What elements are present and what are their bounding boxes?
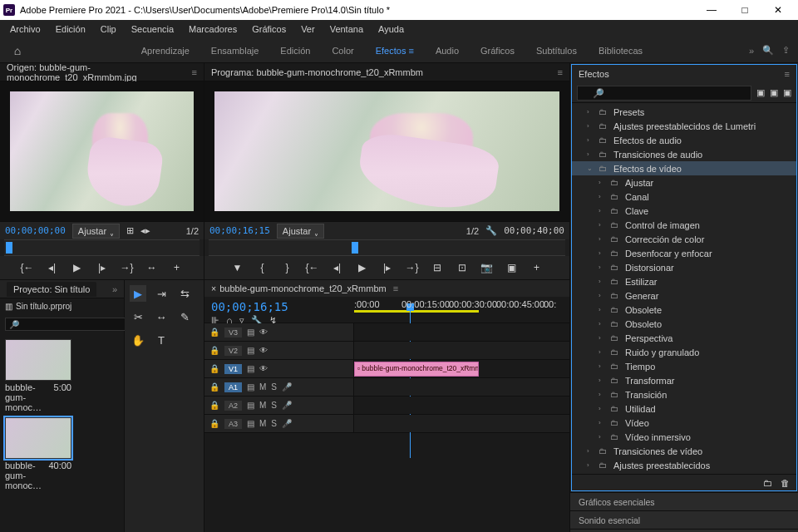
step-back-icon[interactable]: ◂| (330, 262, 345, 273)
program-timecode-in[interactable]: 00;00;16;15 (209, 225, 270, 236)
target-icon[interactable]: ▤ (247, 382, 254, 392)
project-search-input[interactable] (5, 318, 129, 331)
menu-gráficos[interactable]: Gráficos (245, 22, 293, 37)
workspace-tab[interactable]: Ensamblaje (211, 44, 259, 57)
effects-folder[interactable]: ›🗀Desenfocar y enfocar (572, 246, 796, 260)
close-button[interactable]: ✕ (761, 1, 795, 19)
mic-icon[interactable]: 🎤 (282, 419, 292, 428)
step-fwd-icon[interactable]: |▸ (380, 262, 395, 273)
effects-folder[interactable]: ⌄🗀Efectos de vídeo (572, 161, 796, 175)
effects-folder[interactable]: ›🗀Canal (572, 190, 796, 204)
project-clip[interactable]: bubble-gum-monoc…40:00 (5, 417, 71, 492)
play-icon[interactable]: ▶ (355, 262, 370, 273)
delete-icon[interactable]: 🗑 (781, 478, 790, 488)
target-icon[interactable]: ▤ (247, 401, 254, 410)
mic-icon[interactable]: 🎤 (282, 401, 292, 410)
source-zoom[interactable]: 1/2 (186, 226, 199, 236)
add-icon[interactable]: + (170, 262, 185, 273)
effects-folder[interactable]: ›🗀Ruido y granulado (572, 345, 796, 359)
effects-folder[interactable]: ›🗀Control de imagen (572, 218, 796, 232)
target-icon[interactable]: ▤ (247, 364, 254, 373)
effects-folder[interactable]: ›🗀Obsolete (572, 303, 796, 317)
step-back-icon[interactable]: ◂| (45, 262, 60, 273)
wrench-icon[interactable]: 🔧 (485, 225, 497, 236)
extract-icon[interactable]: ⊡ (455, 262, 470, 273)
collapsed-panel[interactable]: Gráficos esenciales (570, 493, 798, 511)
eye-icon[interactable]: M (259, 401, 266, 410)
preset-icon[interactable]: ▣ (783, 87, 791, 98)
eye-icon[interactable]: M (259, 382, 266, 392)
overflow-icon[interactable]: » (749, 46, 754, 56)
track-toggle[interactable]: A2 (224, 401, 242, 411)
collapsed-panel[interactable]: Sonido esencial (570, 511, 798, 530)
track-select-icon[interactable]: ⇥ (153, 285, 170, 302)
mark-out-icon[interactable]: →} (120, 262, 135, 273)
effects-folder[interactable]: ›🗀Ajustes preestablecidos (572, 458, 796, 472)
hand-icon[interactable]: ✋ (130, 332, 146, 348)
maximize-button[interactable]: □ (728, 1, 761, 19)
target-icon[interactable]: ▤ (247, 346, 254, 355)
workspace-tab[interactable]: Efectos ≡ (376, 44, 414, 57)
target-icon[interactable]: ▤ (247, 419, 254, 428)
source-timecode[interactable]: 00;00;00;00 (5, 225, 66, 236)
step-icon[interactable]: ◂▸ (140, 225, 150, 236)
razor-icon[interactable]: ✂ (130, 308, 146, 325)
project-clip[interactable]: bubble-gum-monoc…5:00 (5, 339, 71, 414)
workspace-tab[interactable]: Subtítulos (536, 44, 577, 57)
lock-icon[interactable]: 🔒 (209, 401, 219, 410)
source-monitor[interactable] (0, 81, 204, 221)
program-fit-dropdown[interactable]: Ajustar ˬ (277, 224, 324, 239)
mark-in-icon[interactable]: {← (20, 262, 35, 273)
play-icon[interactable]: ▶ (70, 262, 85, 273)
preset-icon[interactable]: ▣ (756, 87, 765, 98)
timeline-timecode[interactable]: 00;00;16;15 (211, 300, 347, 313)
export-frame-icon[interactable]: 📷 (480, 262, 495, 273)
menu-marcadores[interactable]: Marcadores (182, 22, 244, 37)
effects-folder[interactable]: ›🗀Utilidad (572, 401, 796, 416)
settings-icon[interactable]: ⊞ (126, 225, 134, 236)
lock-icon[interactable]: 🔒 (209, 364, 219, 373)
effects-folder[interactable]: ›🗀Corrección de color (572, 232, 796, 246)
eye-icon[interactable]: 👁 (259, 328, 268, 337)
slip-icon[interactable]: ↔ (153, 308, 170, 325)
menu-clip[interactable]: Clip (94, 22, 123, 37)
source-scrubber[interactable] (4, 239, 200, 256)
search-icon[interactable]: 🔍 (762, 45, 774, 56)
panel-menu-icon[interactable]: ≡ (785, 69, 790, 79)
effects-folder[interactable]: ›🗀Distorsionar (572, 260, 796, 274)
menu-secuencia[interactable]: Secuencia (125, 22, 180, 37)
effects-folder[interactable]: ›🗀Presets (572, 105, 796, 119)
workspace-tab[interactable]: Edición (280, 44, 310, 57)
effects-folder[interactable]: ›🗀Efectos de audio (572, 133, 796, 147)
track-toggle[interactable]: V2 (224, 346, 242, 356)
preset-icon[interactable]: ▣ (770, 87, 778, 98)
in-icon[interactable]: { (255, 262, 270, 273)
marker-icon[interactable]: ▼ (230, 262, 245, 273)
track-toggle[interactable]: A3 (224, 419, 242, 429)
compare-icon[interactable]: ▣ (505, 262, 520, 273)
effects-folder[interactable]: ›🗀Transición (572, 387, 796, 401)
target-icon[interactable]: ▤ (247, 328, 254, 337)
source-fit-dropdown[interactable]: Ajustar ˬ (72, 224, 120, 239)
type-icon[interactable]: T (153, 332, 170, 348)
effects-folder[interactable]: ›🗀Transiciones de audio (572, 147, 796, 161)
menu-ayuda[interactable]: Ayuda (372, 22, 411, 37)
menu-ventana[interactable]: Ventana (323, 22, 370, 37)
effects-folder[interactable]: ›🗀Clave (572, 204, 796, 218)
time-ruler[interactable]: :00:0000:00:15:0000:00:30:0000:00:45:000… (354, 299, 569, 311)
panel-menu-icon[interactable]: ≡ (192, 67, 197, 77)
track-toggle[interactable]: A1 (224, 382, 242, 392)
timeline-clip[interactable]: ▫ bubble-gum-monochrome_t20_xRmmb (354, 362, 479, 377)
goto-in-icon[interactable]: {← (305, 262, 320, 273)
minimize-button[interactable]: — (695, 1, 728, 19)
effects-folder[interactable]: ›🗀Vídeo (572, 416, 796, 430)
workspace-tab[interactable]: Gráficos (480, 44, 515, 57)
panel-menu-icon[interactable]: ≡ (558, 67, 563, 77)
eye-icon[interactable]: M (259, 419, 266, 428)
effects-folder[interactable]: ›🗀Transiciones de vídeo (572, 444, 796, 458)
track-toggle[interactable]: V3 (224, 328, 242, 337)
new-bin-icon[interactable]: 🗀 (763, 478, 772, 488)
out-icon[interactable]: } (280, 262, 295, 273)
eye-icon[interactable]: 👁 (259, 346, 268, 355)
workspace-tab[interactable]: Color (332, 44, 353, 57)
